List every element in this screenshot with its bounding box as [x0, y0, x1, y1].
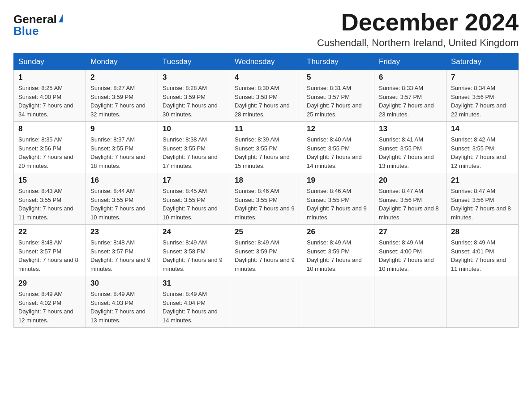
calendar-week-row: 22 Sunrise: 8:48 AMSunset: 3:57 PMDaylig…	[14, 225, 519, 276]
table-row: 22 Sunrise: 8:48 AMSunset: 3:57 PMDaylig…	[14, 225, 86, 276]
day-info: Sunrise: 8:46 AMSunset: 3:55 PMDaylight:…	[235, 188, 295, 221]
calendar-week-row: 8 Sunrise: 8:35 AMSunset: 3:56 PMDayligh…	[14, 122, 519, 173]
col-monday: Monday	[86, 54, 158, 70]
day-number: 25	[235, 227, 297, 236]
day-info: Sunrise: 8:47 AMSunset: 3:56 PMDaylight:…	[379, 188, 439, 221]
col-saturday: Saturday	[446, 54, 519, 70]
table-row: 20 Sunrise: 8:47 AMSunset: 3:56 PMDaylig…	[374, 173, 446, 225]
table-row: 27 Sunrise: 8:49 AMSunset: 4:00 PMDaylig…	[374, 225, 446, 276]
day-number: 7	[451, 73, 514, 82]
day-info: Sunrise: 8:33 AMSunset: 3:57 PMDaylight:…	[379, 85, 434, 118]
day-info: Sunrise: 8:49 AMSunset: 3:59 PMDaylight:…	[307, 239, 362, 272]
day-number: 1	[18, 73, 81, 82]
logo-blue-text: Blue	[13, 25, 39, 37]
table-row: 5 Sunrise: 8:31 AMSunset: 3:57 PMDayligh…	[302, 70, 374, 122]
table-row	[374, 276, 446, 328]
table-row	[230, 276, 302, 328]
table-row: 13 Sunrise: 8:41 AMSunset: 3:55 PMDaylig…	[374, 122, 446, 173]
table-row: 10 Sunrise: 8:38 AMSunset: 3:55 PMDaylig…	[158, 122, 230, 173]
day-number: 23	[90, 227, 153, 236]
table-row: 3 Sunrise: 8:28 AMSunset: 3:59 PMDayligh…	[158, 70, 230, 122]
table-row: 29 Sunrise: 8:49 AMSunset: 4:02 PMDaylig…	[14, 276, 86, 328]
day-number: 11	[235, 124, 297, 133]
day-number: 22	[18, 227, 81, 236]
month-title: December 2024	[317, 9, 519, 35]
table-row: 31 Sunrise: 8:49 AMSunset: 4:04 PMDaylig…	[158, 276, 230, 328]
day-number: 15	[18, 176, 81, 185]
table-row: 23 Sunrise: 8:48 AMSunset: 3:57 PMDaylig…	[86, 225, 158, 276]
day-info: Sunrise: 8:49 AMSunset: 4:00 PMDaylight:…	[379, 239, 434, 272]
col-friday: Friday	[374, 54, 446, 70]
col-tuesday: Tuesday	[158, 54, 230, 70]
day-number: 31	[163, 279, 225, 288]
day-number: 24	[163, 227, 225, 236]
day-info: Sunrise: 8:44 AMSunset: 3:55 PMDaylight:…	[90, 188, 146, 221]
day-info: Sunrise: 8:47 AMSunset: 3:56 PMDaylight:…	[451, 188, 511, 221]
table-row: 18 Sunrise: 8:46 AMSunset: 3:55 PMDaylig…	[230, 173, 302, 225]
day-number: 26	[307, 227, 369, 236]
table-row: 16 Sunrise: 8:44 AMSunset: 3:55 PMDaylig…	[86, 173, 158, 225]
day-info: Sunrise: 8:49 AMSunset: 3:58 PMDaylight:…	[163, 239, 223, 272]
day-number: 8	[18, 124, 81, 133]
page-header: General Blue December 2024 Cushendall, N…	[13, 9, 519, 49]
table-row: 26 Sunrise: 8:49 AMSunset: 3:59 PMDaylig…	[302, 225, 374, 276]
table-row: 11 Sunrise: 8:39 AMSunset: 3:55 PMDaylig…	[230, 122, 302, 173]
day-info: Sunrise: 8:49 AMSunset: 4:02 PMDaylight:…	[18, 291, 73, 324]
logo: General Blue	[13, 13, 63, 37]
calendar-table: Sunday Monday Tuesday Wednesday Thursday…	[13, 53, 519, 328]
day-number: 30	[90, 279, 153, 288]
day-number: 28	[451, 227, 514, 236]
day-info: Sunrise: 8:34 AMSunset: 3:56 PMDaylight:…	[451, 85, 506, 118]
day-info: Sunrise: 8:49 AMSunset: 3:59 PMDaylight:…	[235, 239, 295, 272]
table-row: 30 Sunrise: 8:49 AMSunset: 4:03 PMDaylig…	[86, 276, 158, 328]
day-info: Sunrise: 8:40 AMSunset: 3:55 PMDaylight:…	[307, 136, 362, 169]
table-row: 9 Sunrise: 8:37 AMSunset: 3:55 PMDayligh…	[86, 122, 158, 173]
day-info: Sunrise: 8:35 AMSunset: 3:56 PMDaylight:…	[18, 136, 73, 169]
calendar-week-row: 15 Sunrise: 8:43 AMSunset: 3:55 PMDaylig…	[14, 173, 519, 225]
day-number: 18	[235, 176, 297, 185]
calendar-header-row: Sunday Monday Tuesday Wednesday Thursday…	[14, 54, 519, 70]
location-title: Cushendall, Northern Ireland, United Kin…	[317, 37, 519, 49]
table-row: 19 Sunrise: 8:46 AMSunset: 3:55 PMDaylig…	[302, 173, 374, 225]
day-info: Sunrise: 8:49 AMSunset: 4:04 PMDaylight:…	[163, 291, 218, 324]
day-number: 5	[307, 73, 369, 82]
day-number: 2	[90, 73, 153, 82]
table-row: 8 Sunrise: 8:35 AMSunset: 3:56 PMDayligh…	[14, 122, 86, 173]
day-info: Sunrise: 8:49 AMSunset: 4:01 PMDaylight:…	[451, 239, 506, 272]
calendar-week-row: 1 Sunrise: 8:25 AMSunset: 4:00 PMDayligh…	[14, 70, 519, 122]
table-row: 25 Sunrise: 8:49 AMSunset: 3:59 PMDaylig…	[230, 225, 302, 276]
day-info: Sunrise: 8:48 AMSunset: 3:57 PMDaylight:…	[18, 239, 78, 272]
day-number: 4	[235, 73, 297, 82]
day-info: Sunrise: 8:30 AMSunset: 3:58 PMDaylight:…	[235, 85, 290, 118]
logo-general-text: General	[13, 13, 57, 25]
table-row: 6 Sunrise: 8:33 AMSunset: 3:57 PMDayligh…	[374, 70, 446, 122]
table-row: 24 Sunrise: 8:49 AMSunset: 3:58 PMDaylig…	[158, 225, 230, 276]
day-number: 13	[379, 124, 442, 133]
day-number: 16	[90, 176, 153, 185]
table-row: 28 Sunrise: 8:49 AMSunset: 4:01 PMDaylig…	[446, 225, 519, 276]
table-row: 2 Sunrise: 8:27 AMSunset: 3:59 PMDayligh…	[86, 70, 158, 122]
day-number: 10	[163, 124, 225, 133]
day-number: 19	[307, 176, 369, 185]
table-row: 15 Sunrise: 8:43 AMSunset: 3:55 PMDaylig…	[14, 173, 86, 225]
table-row	[446, 276, 519, 328]
day-number: 27	[379, 227, 442, 236]
day-number: 12	[307, 124, 369, 133]
col-thursday: Thursday	[302, 54, 374, 70]
col-sunday: Sunday	[14, 54, 86, 70]
day-info: Sunrise: 8:37 AMSunset: 3:55 PMDaylight:…	[90, 136, 146, 169]
day-info: Sunrise: 8:39 AMSunset: 3:55 PMDaylight:…	[235, 136, 290, 169]
day-number: 29	[18, 279, 81, 288]
day-info: Sunrise: 8:25 AMSunset: 4:00 PMDaylight:…	[18, 85, 73, 118]
day-info: Sunrise: 8:46 AMSunset: 3:55 PMDaylight:…	[307, 188, 367, 221]
day-number: 21	[451, 176, 514, 185]
day-info: Sunrise: 8:43 AMSunset: 3:55 PMDaylight:…	[18, 188, 73, 221]
table-row: 17 Sunrise: 8:45 AMSunset: 3:55 PMDaylig…	[158, 173, 230, 225]
table-row: 1 Sunrise: 8:25 AMSunset: 4:00 PMDayligh…	[14, 70, 86, 122]
table-row: 14 Sunrise: 8:42 AMSunset: 3:55 PMDaylig…	[446, 122, 519, 173]
day-info: Sunrise: 8:31 AMSunset: 3:57 PMDaylight:…	[307, 85, 362, 118]
day-info: Sunrise: 8:48 AMSunset: 3:57 PMDaylight:…	[90, 239, 150, 272]
day-info: Sunrise: 8:42 AMSunset: 3:55 PMDaylight:…	[451, 136, 506, 169]
title-block: December 2024 Cushendall, Northern Irela…	[317, 9, 519, 49]
day-number: 17	[163, 176, 225, 185]
